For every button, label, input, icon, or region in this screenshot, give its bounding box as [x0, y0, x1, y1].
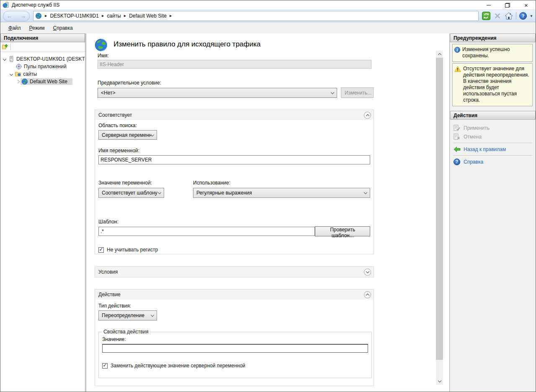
variable-name-label: Имя переменной: — [98, 148, 370, 154]
warning-message: Отсутствует значение для действия переоп… — [463, 66, 531, 103]
variable-name-input[interactable] — [98, 155, 370, 164]
tree-item-label: Пулы приложений — [24, 64, 67, 69]
warning-message-box: Отсутствует значение для действия переоп… — [452, 63, 533, 106]
chevron-expanded-icon[interactable] — [2, 58, 7, 60]
help-dropdown-icon[interactable]: ▼ — [530, 14, 533, 18]
action-type-select[interactable]: Переопределение — [98, 310, 157, 320]
apply-label: Применить — [464, 125, 490, 131]
page-header: Изменить правило для исходящего трафика — [94, 38, 449, 52]
tree-item-sites[interactable]: сайты — [0, 70, 85, 78]
action-section-header[interactable]: Действие — [95, 290, 374, 300]
variable-value-select[interactable]: Соответствует шаблону — [98, 188, 164, 198]
breadcrumb-chevron-icon[interactable]: ▶ — [45, 14, 47, 18]
close-icon: × — [524, 2, 528, 8]
breadcrumb-item-sites[interactable]: сайты — [107, 13, 121, 19]
sites-folder-icon — [15, 71, 21, 77]
tree-item-server[interactable]: DESKTOP-U1MK9D1 (DESKTOP — [0, 55, 85, 63]
ignore-case-checkbox[interactable] — [98, 247, 104, 253]
apply-action: Применить — [450, 123, 536, 132]
globe-icon — [94, 38, 108, 52]
application-window: Диспетчер служб IIS × ← → ▶ DESKTOP-U1MK… — [0, 0, 536, 392]
scroll-up-button[interactable] — [436, 51, 443, 58]
breadcrumb-item-server[interactable]: DESKTOP-U1MK9D1 — [50, 13, 98, 19]
conditions-section: Условия — [95, 266, 374, 277]
app-icon — [3, 2, 9, 8]
replace-value-checkbox[interactable] — [102, 363, 108, 369]
match-section-header[interactable]: Соответствует — [95, 110, 374, 120]
section-title: Соответствует — [98, 112, 132, 118]
expand-section-icon[interactable] — [364, 269, 371, 276]
precondition-select[interactable]: <Нет> — [98, 88, 337, 98]
back-button[interactable]: ← — [7, 13, 12, 19]
tree-item-app-pools[interactable]: Пулы приложений — [0, 63, 85, 70]
toolbar-divider — [10, 44, 11, 50]
chevron-down-icon — [331, 90, 334, 94]
using-select[interactable]: Регулярные выражения — [193, 188, 370, 198]
chevron-down-icon — [151, 133, 154, 136]
tree-item-default-web-site[interactable]: Default Web Site — [0, 78, 85, 85]
chevron-down-icon — [158, 191, 161, 194]
content-area: Подключения DESKTOP-U1MK9D1 (DESKTOP — [0, 33, 536, 392]
menu-help[interactable]: Справка — [49, 23, 77, 33]
back-to-rules-link[interactable]: Назад к правилам — [450, 145, 536, 154]
test-pattern-button[interactable]: Проверить шаблон... — [315, 226, 370, 236]
section-title: Действие — [98, 292, 121, 297]
address-bar: ← → ▶ DESKTOP-U1MK9D1 ▶ сайты ▶ Default … — [0, 10, 536, 22]
forward-button[interactable]: → — [21, 13, 26, 19]
restore-button[interactable] — [498, 0, 517, 10]
variable-value-value: Соответствует шаблону — [102, 190, 157, 196]
connections-header: Подключения — [0, 33, 85, 42]
right-panel: Предупреждения i Изменения успешно сохра… — [450, 33, 536, 392]
title-bar: Диспетчер служб IIS × — [0, 0, 536, 10]
tree-item-label: DESKTOP-U1MK9D1 (DESKTOP — [16, 56, 85, 62]
breadcrumb-chevron-icon[interactable]: ▶ — [102, 14, 104, 18]
back-to-rules-label: Назад к правилам — [464, 146, 506, 152]
help-icon: ? — [453, 159, 461, 165]
chevron-collapsed-icon[interactable] — [15, 80, 21, 83]
collapse-section-icon[interactable] — [364, 112, 371, 119]
menu-view[interactable]: Режим — [25, 23, 49, 33]
scrollbar-thumb[interactable] — [436, 58, 443, 360]
create-connection-icon[interactable] — [2, 44, 8, 50]
precondition-label: Предварительное условие: — [98, 80, 449, 86]
chevron-down-icon — [151, 313, 154, 317]
name-label: Имя: — [98, 53, 449, 59]
apply-icon — [453, 125, 461, 131]
scroll-down-button[interactable] — [436, 378, 443, 385]
refresh-icon[interactable] — [482, 12, 490, 20]
vertical-scrollbar[interactable] — [436, 51, 443, 385]
action-type-value: Переопределение — [102, 313, 144, 318]
address-bar-actions: ? ▼ — [482, 12, 533, 20]
help-link[interactable]: ? Справка — [450, 157, 536, 166]
variable-value-label: Значение переменной: — [98, 180, 193, 186]
actions-divider — [453, 143, 532, 143]
help-label: Справка — [464, 159, 483, 165]
minimize-button[interactable] — [479, 0, 498, 10]
scope-select[interactable]: Серверная переменн — [98, 130, 157, 140]
cancel-action: Отмена — [450, 132, 536, 141]
menu-file[interactable]: Файл — [4, 23, 25, 33]
scope-label: Область поиска: — [98, 123, 370, 128]
home-icon[interactable] — [505, 12, 513, 20]
stop-icon — [493, 12, 502, 20]
cancel-label: Отмена — [464, 134, 482, 140]
close-button[interactable]: × — [517, 0, 536, 10]
breadcrumb: ▶ DESKTOP-U1MK9D1 ▶ сайты ▶ Default Web … — [33, 11, 479, 21]
info-icon: i — [454, 47, 460, 53]
actions-list: Применить Отмена Назад к правилам — [450, 120, 536, 166]
page-title: Изменить правило для исходящего трафика — [113, 40, 260, 49]
cancel-icon — [453, 133, 461, 140]
pattern-input[interactable] — [98, 227, 315, 236]
breadcrumb-chevron-icon[interactable]: ▶ — [170, 14, 172, 18]
conditions-section-header[interactable]: Условия — [95, 267, 374, 277]
breadcrumb-chevron-icon[interactable]: ▶ — [124, 14, 126, 18]
action-value-input[interactable] — [102, 344, 368, 353]
breadcrumb-item-default-web-site[interactable]: Default Web Site — [129, 13, 167, 19]
using-label: Использование: — [193, 180, 370, 186]
scrollbar-track[interactable] — [436, 58, 443, 378]
help-icon[interactable]: ? — [519, 12, 527, 20]
collapse-section-icon[interactable] — [364, 291, 371, 298]
connections-toolbar — [0, 42, 85, 52]
chevron-expanded-icon[interactable] — [9, 73, 14, 75]
globe-icon — [35, 13, 42, 19]
